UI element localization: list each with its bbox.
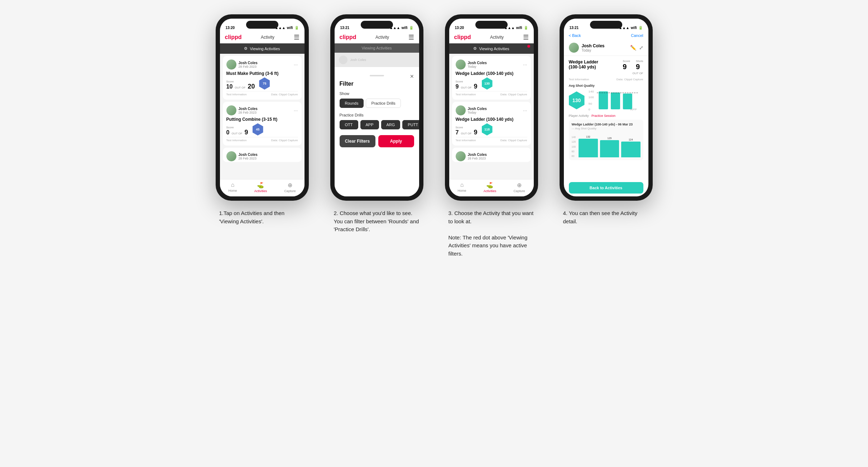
caption-2: 2. Choose what you'd like to see. You ca…	[334, 209, 420, 234]
card-footer-1-1: Test Information Data: Clippd Capture	[226, 91, 298, 96]
putt-btn-2[interactable]: PUTT	[402, 120, 419, 129]
phone-frame-2: 13:21 ▲▲▲ wifi 🔋 clippd Activity ☰ Viewi…	[330, 14, 423, 201]
detail-title-row-4: Wedge Ladder(100-140 yds) Score 9 Shots …	[569, 59, 643, 75]
notch-1	[246, 21, 278, 29]
card-user-3-3: Josh Coles 28 Feb 2023	[456, 151, 487, 161]
activity-card-3-3[interactable]: Josh Coles 28 Feb 2023	[452, 148, 531, 162]
practice-session-link-4[interactable]: Practice Session	[591, 114, 615, 118]
wifi-icon-4: wifi	[631, 26, 637, 30]
activity-card-1-3[interactable]: Josh Coles 28 Feb 2023	[223, 148, 302, 162]
practice-drills-filter-btn-2[interactable]: Practice Drills	[366, 99, 401, 108]
info-line1-4: Test Information	[569, 78, 589, 81]
phone-frame-3: 13:20 ▲▲▲ wifi 🔋 clippd Activity ☰ ⚙ Vie…	[445, 14, 538, 201]
time-4: 13:21	[570, 26, 579, 30]
status-icons-1: ▲▲▲ wifi 🔋	[275, 26, 298, 30]
footer-right-3-1: Data: Clippd Capture	[500, 93, 527, 96]
scroll-content-1: Josh Coles 28 Feb 2023 ··· Must Make Put…	[220, 54, 304, 179]
score-block-1-2: Score 0 OUT OF 9	[226, 126, 248, 135]
card-dots-3-1[interactable]: ···	[523, 62, 527, 67]
card-title-1-2: Putting Combine (3-15 ft)	[226, 117, 298, 122]
svg-text:0: 0	[588, 108, 590, 111]
detail-header-4: < Back Cancel	[564, 31, 648, 40]
close-icon-2[interactable]: ✕	[410, 73, 414, 79]
practice-session-4: Player Activity · Practice Session	[569, 114, 643, 118]
footer-right-3-2: Data: Clippd Capture	[500, 139, 527, 142]
avg-quality-label-4: Avg Shot Quality	[569, 84, 643, 87]
expand-icon-4[interactable]: ⤢	[639, 45, 643, 51]
ott-btn-2[interactable]: OTT	[340, 120, 358, 129]
footer-left-1-1: Test Information	[226, 93, 247, 96]
clear-filters-btn-2[interactable]: Clear Filters	[340, 135, 375, 147]
viewing-activities-bar-1[interactable]: ⚙ Viewing Activities	[220, 43, 304, 54]
score-label-4: Score	[623, 59, 630, 63]
activity-card-3-2[interactable]: Josh Coles Today ··· Wedge Ladder (100-1…	[452, 102, 531, 146]
capture-icon-3: ⊕	[517, 182, 522, 189]
card-user-3-1: Josh Coles Today	[456, 59, 487, 70]
cancel-button-4[interactable]: Cancel	[631, 33, 643, 38]
menu-icon-1[interactable]: ☰	[294, 33, 299, 41]
user-date-3-2: Today	[468, 111, 487, 114]
caption-4: 4. You can then see the Activity detail.	[563, 209, 649, 225]
phone-frame-4: 13:21 ▲▲▲ wifi 🔋 < Back Cancel	[560, 14, 653, 201]
notch-2	[361, 21, 393, 29]
avatar-1-1	[226, 59, 236, 70]
nav-bar-2: clippd Activity ☰	[335, 31, 419, 43]
time-1: 13:20	[226, 26, 235, 30]
bottom-nav-capture-3[interactable]: ⊕ Capture	[513, 182, 525, 193]
status-icons-2: ▲▲▲ wifi 🔋	[389, 26, 413, 30]
user-name-3-1: Josh Coles	[468, 61, 487, 65]
activities-icon-1: ⛳	[257, 182, 264, 189]
detail-info-row-4: Test Information Data: Clippd Capture	[569, 78, 643, 81]
back-button-4[interactable]: < Back	[569, 33, 581, 38]
battery-icon: 🔋	[294, 26, 299, 30]
activity-card-3-1[interactable]: Josh Coles Today ··· Wedge Ladder (100-1…	[452, 56, 531, 100]
apply-btn-2[interactable]: Apply	[378, 135, 414, 147]
phone-inner-1: 13:20 ▲▲▲ wifi 🔋 clippd Activity ☰ ⚙	[220, 19, 304, 196]
user-name-3-2: Josh Coles	[468, 107, 487, 111]
nav-center-3: Activity	[490, 35, 504, 40]
score-block-1-1: Score 10 OUT OF 20	[226, 80, 255, 90]
drill-filter-buttons-2: OTT APP ARG PUTT	[340, 120, 414, 129]
card-dots-1-2[interactable]: ···	[294, 108, 298, 113]
bar-chart-section-4: Wedge Ladder (100-140 yds) - 06 Mar 23 -…	[569, 120, 643, 160]
modal-action-row-2: Clear Filters Apply	[340, 135, 414, 147]
bar-rect-4-2	[600, 140, 619, 157]
shots-col-4: Shots 9	[636, 59, 643, 71]
nav-center-1: Activity	[261, 35, 274, 40]
menu-icon-3[interactable]: ☰	[523, 33, 529, 41]
back-to-activities-btn-4[interactable]: Back to Activities	[569, 182, 643, 194]
y-axis-4: 140 120 100 80 60	[572, 136, 576, 157]
bottom-nav-activities-1[interactable]: ⛳ Activities	[254, 182, 267, 193]
notch-4	[590, 21, 622, 29]
scroll-content-3: Josh Coles Today ··· Wedge Ladder (100-1…	[449, 54, 534, 179]
bars-container-4: 140 120 100 80 60 132	[572, 132, 641, 157]
bottom-nav-capture-1[interactable]: ⊕ Capture	[284, 182, 296, 193]
score-value-3-2: 7	[456, 130, 459, 135]
score-value-1-2: 0	[226, 130, 230, 135]
stats-row-3-2: Score 7 OUT OF 9 118	[456, 123, 527, 135]
app-btn-2[interactable]: APP	[360, 120, 379, 129]
svg-text:50: 50	[588, 103, 592, 105]
activity-card-1-1[interactable]: Josh Coles 28 Feb 2023 ··· Must Make Put…	[223, 56, 302, 100]
card-user-1-3: Josh Coles 28 Feb 2023	[226, 151, 258, 161]
viewing-activities-bar-3[interactable]: ⚙ Viewing Activities	[449, 43, 534, 54]
arg-btn-2[interactable]: ARG	[381, 120, 401, 129]
card-footer-1-2: Test Information Data: Clippd Capture	[226, 137, 298, 142]
menu-icon-2[interactable]: ☰	[408, 33, 414, 41]
show-label-2: Show	[340, 91, 414, 96]
bottom-nav-home-1[interactable]: ⌂ Home	[229, 182, 237, 193]
rounds-filter-btn-2[interactable]: Rounds	[340, 99, 364, 108]
bottom-nav-activities-3[interactable]: ⛳ Activities	[484, 182, 497, 193]
edit-icon-4[interactable]: ✏️	[630, 45, 636, 51]
detail-user-row-4: Josh Coles Today ✏️ ⤢	[564, 40, 648, 56]
shots-value-3-1: 9	[474, 83, 477, 90]
shot-quality-hex-3-1: 130	[482, 77, 493, 90]
card-dots-3-2[interactable]: ···	[523, 108, 527, 113]
score-value-1-1: 10	[226, 84, 233, 90]
score-val-4: 9	[623, 63, 630, 71]
activity-card-1-2[interactable]: Josh Coles 28 Feb 2023 ··· Putting Combi…	[223, 102, 302, 146]
avatar-3-2	[456, 105, 466, 115]
bottom-nav-home-3[interactable]: ⌂ Home	[458, 182, 466, 193]
card-dots-1-1[interactable]: ···	[294, 62, 298, 67]
viewing-activities-label-3: Viewing Activities	[479, 47, 509, 51]
